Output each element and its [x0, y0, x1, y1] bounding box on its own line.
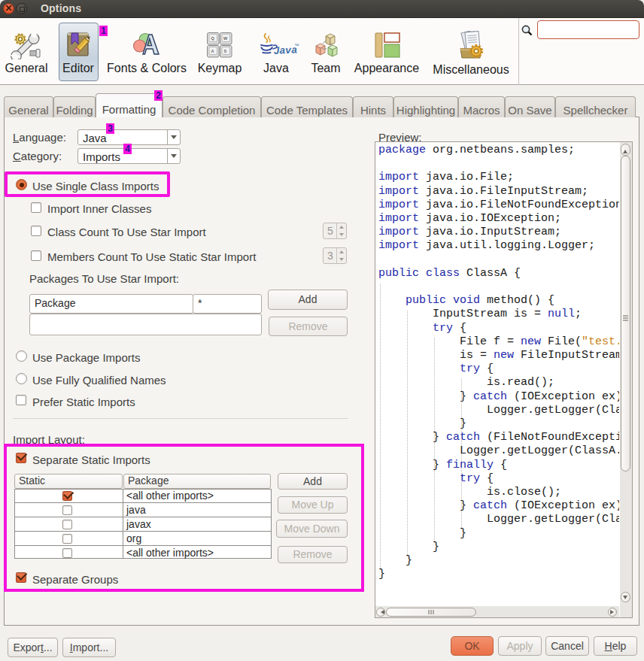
- svg-text:Q: Q: [211, 36, 215, 41]
- svg-text:A: A: [211, 49, 214, 53]
